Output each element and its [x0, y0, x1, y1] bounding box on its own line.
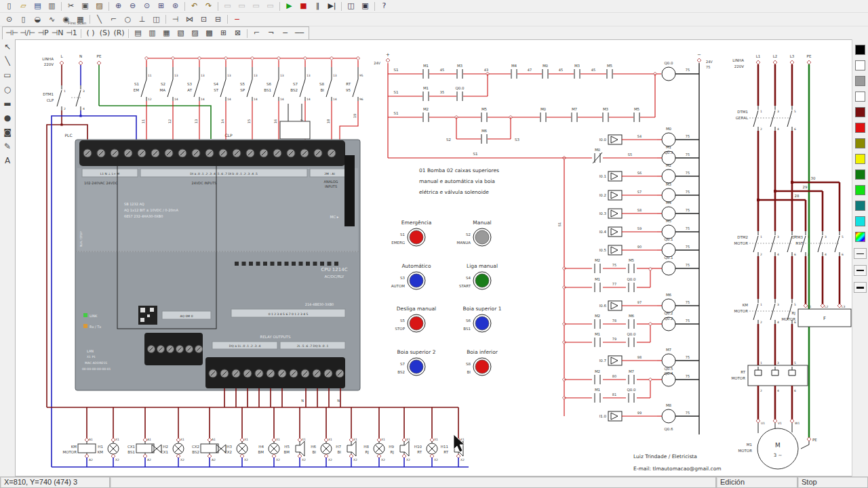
color-swatch-11[interactable]: [855, 216, 865, 226]
button-face[interactable]: [475, 274, 489, 287]
schematic-canvas[interactable]: LINHA220VLNPE1234DTM1CLPPLCCLP1112S1EM11…: [15, 39, 852, 476]
fb-ton-icon[interactable]: ▦: [159, 28, 174, 39]
fill-tool[interactable]: ◙: [0, 125, 15, 139]
wire-long-icon[interactable]: ──: [292, 28, 307, 39]
contact-p-icon[interactable]: ⊣P: [36, 28, 50, 39]
coil-icon[interactable]: ∿: [45, 14, 59, 25]
coil-label: Q0.2: [664, 311, 673, 315]
relay-icon[interactable]: ◫: [149, 14, 163, 25]
color-swatch-10[interactable]: [855, 201, 865, 211]
text-tool[interactable]: A: [0, 154, 15, 167]
io-module-icon[interactable]: ⊡: [197, 14, 211, 25]
save-file-icon[interactable]: ▤: [31, 1, 45, 12]
help-icon[interactable]: ?: [377, 1, 391, 12]
bell-icon[interactable]: ◒: [31, 14, 45, 25]
wire-red-icon[interactable]: ─: [230, 14, 244, 25]
fb-sr-icon[interactable]: ▤: [131, 28, 145, 39]
switch-icon[interactable]: ╲: [92, 14, 106, 25]
terminal-strip-icon[interactable]: ⊟: [211, 14, 225, 25]
schematic-svg[interactable]: LINHA220VLNPE1234DTM1CLPPLCCLP1112S1EM11…: [16, 40, 853, 476]
zoom-out-icon[interactable]: ⊖: [125, 1, 140, 12]
contact-nc-icon[interactable]: ⊣/⊢: [19, 28, 36, 39]
cut-icon[interactable]: ✂: [64, 1, 78, 12]
ellipse-tool[interactable]: ○: [0, 83, 15, 96]
order-front-icon[interactable]: ▭: [220, 1, 235, 12]
rxtx-led: [83, 324, 87, 328]
line-tool[interactable]: ╲: [0, 54, 15, 68]
color-swatch-12[interactable]: [855, 232, 865, 242]
lamp-icon[interactable]: ⊙: [2, 14, 16, 25]
coil-reset-icon[interactable]: (R): [112, 28, 126, 39]
coil-set-icon[interactable]: (S): [98, 28, 112, 39]
wire-icon[interactable]: ─: [278, 28, 292, 39]
contact-no-icon[interactable]: ⊣⊢: [5, 28, 19, 39]
zoom-page-icon[interactable]: ⊞: [154, 1, 168, 12]
color-swatch-8[interactable]: [855, 169, 865, 180]
pen-tool[interactable]: ✎: [0, 140, 15, 153]
color-swatch-6[interactable]: [855, 138, 865, 148]
fb-tof-icon[interactable]: ▧: [174, 28, 188, 39]
indicator-icon[interactable]: ○: [121, 14, 135, 25]
contact-icon[interactable]: ⊣: [168, 14, 182, 25]
color-swatch-2[interactable]: [855, 76, 865, 86]
line-width-3[interactable]: [854, 282, 867, 293]
ungroup-icon[interactable]: ▭: [263, 1, 277, 12]
ground-icon[interactable]: ⊥: [135, 14, 149, 25]
fb-math-icon[interactable]: ⊠: [231, 28, 245, 39]
button-face[interactable]: [410, 230, 423, 244]
undo-icon[interactable]: ↶: [187, 1, 201, 12]
paste-icon[interactable]: ▨: [92, 1, 106, 12]
step-icon[interactable]: ▶|: [325, 1, 339, 12]
copy-icon[interactable]: ▣: [78, 1, 92, 12]
button-face[interactable]: [410, 317, 423, 330]
color-swatch-9[interactable]: [855, 185, 865, 195]
select-tool[interactable]: ↖: [0, 40, 15, 54]
rect-tool[interactable]: ▭: [0, 68, 15, 82]
run-icon[interactable]: ▶: [282, 1, 296, 12]
order-back-icon[interactable]: ▭: [235, 1, 249, 12]
branch-open-icon[interactable]: ⌐: [250, 28, 264, 39]
color-swatch-3[interactable]: [855, 92, 865, 102]
fb-counter-icon[interactable]: ▨: [188, 28, 202, 39]
pole-blade: [57, 90, 62, 106]
line-width-2[interactable]: [854, 265, 867, 276]
contact-n-icon[interactable]: ⊣N: [50, 28, 64, 39]
button-face[interactable]: [475, 317, 489, 330]
color-swatch-1[interactable]: [855, 60, 865, 70]
zoom-selection-icon[interactable]: ⊛: [168, 1, 182, 12]
button-face[interactable]: [410, 360, 423, 373]
color-swatch-4[interactable]: [855, 107, 865, 117]
group-icon[interactable]: ▭: [249, 1, 263, 12]
pause-icon[interactable]: ‖: [311, 1, 325, 12]
redo-icon[interactable]: ↷: [201, 1, 216, 12]
coil-out-icon[interactable]: ( ): [83, 28, 98, 39]
limit-switch-icon[interactable]: ⌐: [106, 14, 121, 25]
color-swatch-5[interactable]: [855, 123, 865, 133]
color-swatch-0[interactable]: [855, 45, 865, 55]
button-face[interactable]: [410, 274, 423, 287]
filled-rect-tool[interactable]: ▬: [0, 97, 15, 110]
open-file-icon[interactable]: ▱: [16, 1, 31, 12]
button-face[interactable]: [475, 360, 489, 373]
zoom-in-icon[interactable]: ⊕: [111, 1, 125, 12]
filled-ellipse-tool[interactable]: ●: [0, 111, 15, 125]
fb-move-icon[interactable]: ⊞: [216, 28, 231, 39]
junction-diamond: [277, 56, 280, 60]
button-face[interactable]: [475, 230, 489, 244]
new-window-icon[interactable]: ◫: [344, 1, 358, 12]
battery-icon[interactable]: ▯: [16, 14, 31, 25]
color-swatch-7[interactable]: [855, 154, 865, 164]
contact-first-scan-icon[interactable]: ⊣1: [64, 28, 79, 39]
fb-pulse-icon[interactable]: ▥: [145, 28, 159, 39]
new-file-icon[interactable]: ▯: [2, 1, 16, 12]
zoom-window-icon[interactable]: ⊙: [140, 1, 154, 12]
print-icon[interactable]: ▥: [45, 1, 59, 12]
stop-icon[interactable]: ■: [296, 1, 311, 12]
arrange-windows-icon[interactable]: ▣: [358, 1, 372, 12]
branch-close-icon[interactable]: ¬: [264, 28, 278, 39]
valve-icon[interactable]: ⋈: [182, 14, 197, 25]
fb-compare-icon[interactable]: ▩: [202, 28, 216, 39]
line-width-1[interactable]: [854, 248, 867, 259]
label: 12: [148, 98, 152, 101]
input-buffer: [608, 135, 622, 144]
